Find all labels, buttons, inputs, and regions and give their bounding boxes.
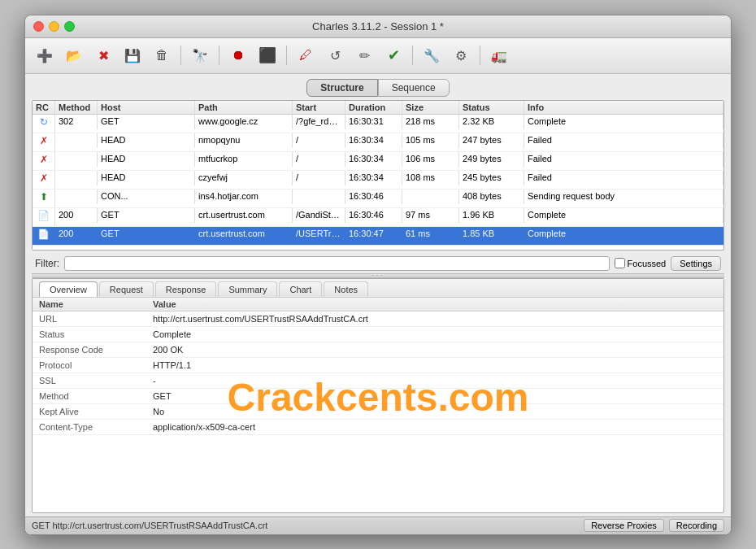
settings-button[interactable]: ⚙ [448,42,474,68]
row-path: /GandiStandar... [293,208,345,223]
detail-row: Kept Alive No [33,403,723,419]
detail-tab-request[interactable]: Request [99,281,154,297]
close-button[interactable] [33,21,44,32]
maximize-button[interactable] [64,21,75,32]
row-status: Complete [524,227,723,242]
table-row[interactable]: ⬆ CON... ins4.hotjar.com 16:30:46 408 by… [33,190,723,208]
record-button[interactable]: ⏺ [225,42,251,68]
toolbar-separator-2 [219,46,219,65]
table-row[interactable]: 📄 200 GET crt.usertrust.com /GandiStanda… [33,208,723,227]
row-duration [402,190,459,204]
focussed-checkbox[interactable] [615,258,625,268]
tab-sequence[interactable]: Sequence [378,79,450,97]
toolbar: ➕ 📂 ✖ 💾 🗑 🔭 ⏺ ⬛ 🖊 ↺ ✏ ✔ 🔧 ⚙ 🚛 [25,38,731,74]
add-button[interactable]: ➕ [32,42,58,68]
find-button[interactable]: 🔭 [187,42,213,68]
row-duration: 108 ms [402,171,459,185]
row-path: /USERTrustRS... [293,227,345,242]
minimize-button[interactable] [49,21,59,32]
row-size: 2.32 KB [459,115,524,129]
detail-table-header: Name Value [33,298,723,312]
trash-button[interactable]: 🗑 [149,42,175,68]
detail-row: Method GET [33,388,723,403]
detail-row-value: http://crt.usertrust.com/USERTrustRSAAdd… [146,312,723,327]
tab-structure[interactable]: Structure [306,79,377,97]
row-path: / [293,133,345,148]
col-path: Path [195,101,293,114]
table-row[interactable]: ↻ 302 GET www.google.cz /?gfe_rd=cr&ei..… [33,115,723,133]
detail-tab-notes[interactable]: Notes [324,281,368,297]
pen-button[interactable]: 🖊 [293,42,319,68]
detail-tab-overview[interactable]: Overview [39,281,98,297]
detail-row-name: URL [33,312,146,327]
row-info [33,167,55,170]
export-button[interactable]: 🚛 [486,42,512,68]
settings-button-filter[interactable]: Settings [671,256,721,271]
recording-button[interactable]: Recording [669,519,724,532]
refresh-button[interactable]: ↺ [322,42,348,68]
row-host: www.google.cz [195,115,293,129]
filter-input[interactable] [64,256,610,271]
row-icon: ✗ [33,152,55,167]
statusbar-url: GET http://crt.usertrust.com/USERTrustRS… [32,521,267,530]
open-button[interactable]: 📂 [61,42,87,68]
detail-row-name: Content-Type [33,419,146,434]
toolbar-separator-4 [412,46,413,65]
row-method: HEAD [98,171,195,185]
row-path: /?gfe_rd=cr&ei... [293,115,345,129]
row-info [33,185,55,189]
main-content: RC Method Host Path Start Duration Size … [25,100,731,516]
detail-row-name: Method [33,388,146,403]
detail-pane: OverviewRequestResponseSummaryChartNotes… [32,278,724,513]
row-status: Complete [524,115,723,129]
row-info [33,223,55,226]
row-duration: 97 ms [402,208,459,223]
row-status: Failed [524,152,723,167]
detail-tab-summary[interactable]: Summary [218,281,277,297]
row-host: nmopqynu [195,133,293,148]
filter-label: Filter: [35,258,59,269]
reverse-proxies-button[interactable]: Reverse Proxies [584,519,664,532]
window-title: Charles 3.11.2 - Session 1 * [312,20,444,33]
save-button[interactable]: 💾 [119,42,146,68]
detail-row-name: Status [33,326,146,342]
edit-button[interactable]: ✏ [351,42,377,68]
row-duration: 61 ms [402,227,459,242]
table-row[interactable]: ✗ HEAD czyefwj / 16:30:34 108 ms 245 byt… [33,171,723,190]
row-icon: 📄 [33,208,55,223]
table-row[interactable]: 📄 200 GET crt.usertrust.com /USERTrustRS… [33,227,723,246]
detail-tabs: OverviewRequestResponseSummaryChartNotes [33,279,723,298]
detail-tab-chart[interactable]: Chart [279,281,322,297]
row-icon: ✗ [33,133,55,148]
table-row[interactable]: ✗ HEAD nmopqynu / 16:30:34 105 ms 247 by… [33,133,723,152]
row-status: Sending request body [524,190,723,204]
stop-button[interactable]: ⬛ [254,42,280,68]
row-method: HEAD [98,152,195,167]
delete-button[interactable]: ✖ [90,42,116,68]
titlebar: Charles 3.11.2 - Session 1 * [25,15,731,38]
row-start: 16:30:47 [345,227,402,242]
detail-row-value: No [146,403,723,419]
row-size: 245 bytes [459,171,524,185]
row-size: 1.96 KB [459,208,524,223]
focussed-label: Focussed [628,259,667,268]
row-host: crt.usertrust.com [195,208,293,223]
row-icon: ⬆ [33,190,55,204]
col-method: Method [55,101,98,114]
detail-content: URL http://crt.usertrust.com/USERTrustRS… [33,312,723,512]
row-start: 16:30:31 [345,115,402,129]
row-status: Complete [524,208,723,223]
detail-row-value: 200 OK [146,342,723,357]
row-path: / [293,152,345,167]
filter-bar: Filter: Focussed Settings [32,254,724,273]
table-row[interactable]: ✗ HEAD mtfucrkop / 16:30:34 106 ms 249 b… [33,152,723,171]
detail-tab-response[interactable]: Response [155,281,217,297]
row-rc: 200 [55,208,98,223]
row-start: 16:30:46 [345,208,402,223]
row-info [33,148,55,151]
row-rc [55,133,98,148]
check-button[interactable]: ✔ [380,42,406,68]
row-host: mtfucrkop [195,152,293,167]
request-table: RC Method Host Path Start Duration Size … [32,100,724,251]
wrench-button[interactable]: 🔧 [419,42,445,68]
